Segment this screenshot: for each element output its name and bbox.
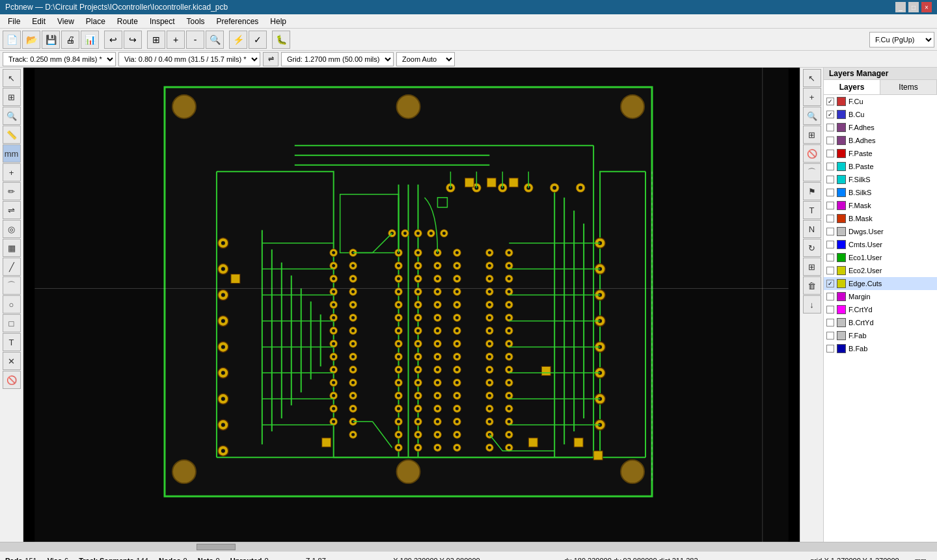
layer-check-F.Mask[interactable]	[826, 202, 834, 209]
save-button[interactable]: 💾	[42, 31, 60, 49]
layer-row-b_adhes[interactable]: B.Adhes	[824, 134, 937, 147]
minimize-btn[interactable]: _	[895, 2, 906, 12]
menu-item-place[interactable]: Place	[81, 16, 111, 27]
layer-row-cmts_user[interactable]: Cmts.User	[824, 238, 937, 251]
canvas-area[interactable]: /* pads drawn inline */	[23, 68, 800, 542]
layer-check-B.Fab[interactable]	[826, 345, 834, 353]
layer-check-B.Paste[interactable]	[826, 163, 834, 170]
cursor-tool[interactable]: ↖	[803, 69, 821, 87]
maximize-btn[interactable]: □	[908, 2, 919, 12]
route-diff-tool[interactable]: ⇌	[3, 201, 21, 219]
tab-items[interactable]: Items	[880, 80, 937, 94]
menu-item-route[interactable]: Route	[112, 16, 143, 27]
draw-line-tool[interactable]: ╱	[3, 258, 21, 276]
print-button[interactable]: 🖨	[61, 31, 79, 49]
add-footprint-tool[interactable]: +	[3, 163, 21, 181]
layer-row-margin[interactable]: Margin	[824, 290, 937, 303]
delete-tool[interactable]: ✕	[3, 352, 21, 370]
zoom-fit-button[interactable]: ⊞	[147, 31, 165, 49]
layer-row-b_cu[interactable]: ✓B.Cu	[824, 108, 937, 121]
rotate-tool[interactable]: ↻	[803, 239, 821, 257]
menu-item-inspect[interactable]: Inspect	[144, 16, 180, 27]
layer-check-Eco2.User[interactable]	[826, 267, 834, 274]
route-track-tool[interactable]: ⊞	[3, 88, 21, 106]
menu-item-view[interactable]: View	[52, 16, 79, 27]
bug-button[interactable]: 🐛	[272, 31, 290, 49]
layer-check-Edge.Cuts[interactable]: ✓	[826, 280, 834, 287]
add-via-tool[interactable]: ◎	[3, 220, 21, 238]
layer-row-f_cu[interactable]: ✓F.Cu	[824, 95, 937, 108]
via-dropdown[interactable]: Via: 0.80 / 0.40 mm (31.5 / 15.7 mils) *	[118, 52, 260, 66]
grid2-tool[interactable]: ⊞	[803, 258, 821, 276]
prohibit-tool[interactable]: 🚫	[803, 144, 821, 163]
layer-row-eco1_user[interactable]: Eco1.User	[824, 251, 937, 264]
add-zone-tool[interactable]: ▦	[3, 239, 21, 257]
layer-row-f_crtyd[interactable]: F.CrtYd	[824, 303, 937, 316]
layer-row-f_adhes[interactable]: F.Adhes	[824, 121, 937, 134]
drc-run-tool[interactable]: 🚫	[3, 371, 21, 389]
layer-check-Eco1.User[interactable]	[826, 254, 834, 261]
undo-button[interactable]: ↩	[104, 31, 122, 49]
zoom-dropdown[interactable]: Zoom Auto	[396, 52, 455, 66]
drc-button[interactable]: ✓	[249, 31, 267, 49]
draw-circle-tool[interactable]: ○	[3, 295, 21, 313]
new-button[interactable]: 📄	[3, 31, 21, 49]
layer-row-b_mask[interactable]: B.Mask	[824, 212, 937, 225]
layer-check-F.Paste[interactable]	[826, 150, 834, 157]
layer-row-b_silks[interactable]: B.SilkS	[824, 186, 937, 199]
inspect2-tool[interactable]: 🔍	[803, 107, 821, 125]
menu-item-help[interactable]: Help	[265, 16, 292, 27]
ruler-tool[interactable]: 📏	[3, 126, 21, 144]
menu-item-edit[interactable]: Edit	[27, 16, 51, 27]
add-text-tool[interactable]: T	[3, 333, 21, 351]
layer-check-Margin[interactable]	[826, 293, 834, 300]
diff-pair-btn[interactable]: ⇌	[263, 52, 278, 66]
active-layer-dropdown[interactable]: F.Cu (PgUp)	[869, 32, 934, 47]
layer-check-F.Adhes[interactable]	[826, 124, 834, 131]
layer-row-edge_cuts[interactable]: ✓Edge.Cuts	[824, 277, 937, 290]
flag-tool[interactable]: ⚑	[803, 182, 821, 200]
layer-row-f_paste[interactable]: F.Paste	[824, 147, 937, 160]
grid-dropdown[interactable]: Grid: 1.2700 mm (50.00 mils)	[281, 52, 394, 66]
track-dropdown[interactable]: Track: 0.250 mm (9.84 mils) *	[3, 52, 116, 66]
draw-arc-tool[interactable]: ⌒	[3, 276, 21, 295]
layer-row-dwgs_user[interactable]: Dwgs.User	[824, 225, 937, 238]
layer-check-B.Cu[interactable]: ✓	[826, 111, 834, 118]
menu-item-tools[interactable]: Tools	[182, 16, 210, 27]
label-tool[interactable]: N	[803, 220, 821, 238]
layer-row-b_crtyd[interactable]: B.CrtYd	[824, 316, 937, 329]
menu-item-file[interactable]: File	[3, 16, 25, 27]
layer-check-B.Adhes[interactable]	[826, 137, 834, 144]
netlist-button[interactable]: ⚡	[229, 31, 247, 49]
mm-tool[interactable]: mm	[3, 144, 21, 163]
layer-row-b_fab[interactable]: B.Fab	[824, 342, 937, 355]
layer-check-Cmts.User[interactable]	[826, 241, 834, 248]
add-tool[interactable]: +	[803, 88, 821, 106]
layer-row-f_fab[interactable]: F.Fab	[824, 329, 937, 342]
menu-item-preferences[interactable]: Preferences	[211, 16, 264, 27]
down-arrow-tool[interactable]: ↓	[803, 295, 821, 313]
layer-check-F.Cu[interactable]: ✓	[826, 98, 834, 105]
inspect-tool[interactable]: 🔍	[3, 107, 21, 125]
route-single-tool[interactable]: ✏	[3, 182, 21, 200]
layer-row-eco2_user[interactable]: Eco2.User	[824, 264, 937, 277]
layer-row-f_mask[interactable]: F.Mask	[824, 199, 937, 212]
layer-check-B.CrtYd[interactable]	[826, 319, 834, 327]
open-button[interactable]: 📂	[22, 31, 40, 49]
tab-layers[interactable]: Layers	[824, 80, 880, 94]
plot-button[interactable]: 📊	[81, 31, 99, 49]
horizontal-scrollbar[interactable]	[0, 542, 937, 551]
select-tool[interactable]: ↖	[3, 69, 21, 87]
text2-tool[interactable]: T	[803, 201, 821, 219]
arc2-tool[interactable]: ⌒	[803, 163, 821, 181]
zoom-in-button[interactable]: +	[167, 31, 185, 49]
layer-row-b_paste[interactable]: B.Paste	[824, 160, 937, 173]
redo-button[interactable]: ↪	[124, 31, 142, 49]
layer-check-B.SilkS[interactable]	[826, 189, 834, 196]
draw-rect-tool[interactable]: □	[3, 314, 21, 332]
zoom-area-button[interactable]: 🔍	[206, 31, 224, 49]
layer-check-F.SilkS[interactable]	[826, 176, 834, 183]
layer-check-Dwgs.User[interactable]	[826, 228, 834, 235]
layer-check-F.Fab[interactable]	[826, 332, 834, 340]
layer-row-f_silks[interactable]: F.SilkS	[824, 173, 937, 186]
